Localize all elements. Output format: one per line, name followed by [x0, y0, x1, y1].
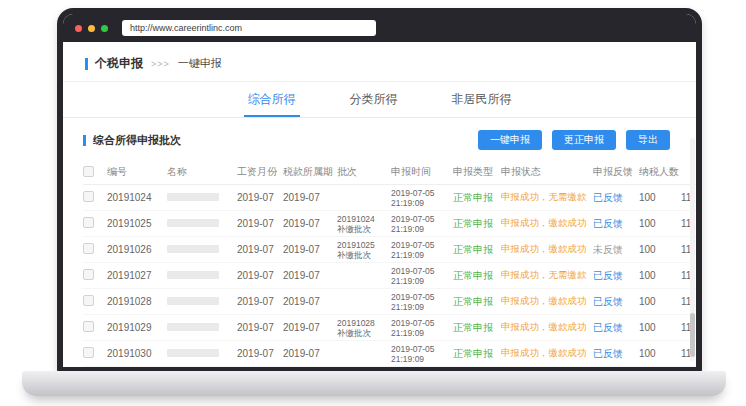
row-checkbox[interactable]	[83, 295, 94, 306]
col-header-filing-status: 申报状态	[501, 165, 593, 179]
redacted-name-block	[167, 193, 219, 201]
taxpayer-count: 100	[639, 244, 681, 255]
row-checkbox-cell	[83, 269, 107, 282]
taxpayer-count: 100	[639, 218, 681, 229]
one-click-file-button[interactable]: 一键申报	[478, 130, 542, 150]
filing-type: 正常申报	[453, 269, 501, 283]
salary-month: 2019-07	[237, 270, 283, 281]
correct-filing-button[interactable]: 更正申报	[552, 130, 616, 150]
row-checkbox-cell	[83, 243, 107, 256]
table-row: 201910302019-072019-072019-07-0521:19:09…	[83, 341, 696, 367]
feedback-status: 已反馈	[593, 321, 639, 335]
export-button[interactable]: 导出	[626, 130, 670, 150]
filing-time: 2019-07-0521:19:09	[391, 188, 453, 208]
tab-comprehensive-income[interactable]: 综合所得	[244, 82, 300, 117]
taxpayer-count: 100	[639, 348, 681, 359]
tax-period: 2019-07	[283, 270, 337, 281]
panel-actions: 一键申报 更正申报 导出	[478, 130, 670, 150]
batch-id: 20191028	[107, 296, 167, 307]
row-checkbox[interactable]	[83, 269, 94, 280]
tax-period: 2019-07	[283, 322, 337, 333]
filing-status: 申报成功，缴款成功	[501, 321, 593, 334]
batch-ref	[337, 188, 391, 208]
page-content: 个税申报 >>> 一键申报 综合所得 分类所得 非居民所得 综合所得申报批次 一…	[63, 42, 696, 367]
table-row: 201910272019-072019-072019-07-0521:19:09…	[83, 263, 696, 289]
row-checkbox-cell	[83, 191, 107, 204]
close-window-icon[interactable]	[75, 25, 82, 32]
filing-time: 2019-07-0521:19:09	[391, 344, 453, 364]
tax-period: 2019-07	[283, 244, 337, 255]
filing-time: 2019-07-0521:19:09	[391, 318, 453, 338]
tab-bar: 综合所得 分类所得 非居民所得	[63, 82, 696, 118]
col-header-tax-period: 税款所属期	[283, 165, 337, 179]
batch-ref	[337, 292, 391, 312]
select-all-cell	[83, 166, 107, 179]
row-checkbox-cell	[83, 295, 107, 308]
tab-nonresident-income[interactable]: 非居民所得	[448, 82, 516, 117]
filing-type: 正常申报	[453, 243, 501, 257]
batch-id: 20191027	[107, 270, 167, 281]
select-all-checkbox[interactable]	[83, 166, 94, 177]
row-checkbox[interactable]	[83, 321, 94, 332]
salary-month: 2019-07	[237, 296, 283, 307]
filing-status: 申报成功，无需缴款	[501, 269, 593, 282]
breadcrumb-current: 一键申报	[178, 56, 222, 71]
table-header: 编号 名称 工资月份 税款所属期 批次 申报时间 申报类型 申报状态 申报反馈 …	[83, 160, 696, 185]
title-accent-bar	[85, 58, 88, 70]
feedback-status: 已反馈	[593, 295, 639, 309]
feedback-status: 已反馈	[593, 217, 639, 231]
table: 编号 名称 工资月份 税款所属期 批次 申报时间 申报类型 申报状态 申报反馈 …	[83, 160, 696, 367]
maximize-window-icon[interactable]	[101, 25, 108, 32]
batch-ref: 20191024补缴批次	[337, 214, 391, 234]
filing-time: 2019-07-0521:19:09	[391, 266, 453, 286]
name-redacted	[167, 218, 237, 229]
batch-id: 20191026	[107, 244, 167, 255]
filing-type: 正常申报	[453, 321, 501, 335]
batch-id: 20191030	[107, 348, 167, 359]
salary-month: 2019-07	[237, 348, 283, 359]
table-row: 201910242019-072019-072019-07-0521:19:09…	[83, 185, 696, 211]
vertical-scrollbar-thumb[interactable]	[690, 313, 695, 357]
col-header-taxpayers: 纳税人数	[639, 165, 681, 179]
vertical-scrollbar[interactable]	[690, 138, 695, 361]
filing-type: 正常申报	[453, 295, 501, 309]
filing-type: 正常申报	[453, 347, 501, 361]
salary-month: 2019-07	[237, 244, 283, 255]
filing-time: 2019-07-0521:19:09	[391, 214, 453, 234]
row-checkbox[interactable]	[83, 347, 94, 358]
minimize-window-icon[interactable]	[88, 25, 95, 32]
batch-id: 20191029	[107, 322, 167, 333]
redacted-name-block	[167, 219, 219, 227]
col-header-batch: 批次	[337, 165, 391, 179]
table-row: 201910252019-072019-0720191024补缴批次2019-0…	[83, 211, 696, 237]
filing-type: 正常申报	[453, 217, 501, 231]
laptop-base	[22, 371, 726, 396]
name-redacted	[167, 296, 237, 307]
name-redacted	[167, 244, 237, 255]
row-checkbox[interactable]	[83, 243, 94, 254]
col-header-id: 编号	[107, 165, 167, 179]
tab-classified-income[interactable]: 分类所得	[346, 82, 402, 117]
filing-type: 正常申报	[453, 191, 501, 205]
browser-toolbar: http://www.careerintlinc.com	[63, 14, 696, 42]
taxpayer-count: 100	[639, 322, 681, 333]
table-body: 201910242019-072019-072019-07-0521:19:09…	[83, 185, 696, 367]
batch-ref: 20191025补缴批次	[337, 240, 391, 260]
filing-status: 申报成功，缴款成功	[501, 217, 593, 230]
batch-table: 编号 名称 工资月份 税款所属期 批次 申报时间 申报类型 申报状态 申报反馈 …	[83, 160, 696, 367]
salary-month: 2019-07	[237, 218, 283, 229]
batch-ref	[337, 266, 391, 286]
row-checkbox-cell	[83, 347, 107, 360]
browser-window: http://www.careerintlinc.com 个税申报 >>> 一键…	[63, 14, 696, 367]
table-row: 201910262019-072019-0720191025补缴批次2019-0…	[83, 237, 696, 263]
url-bar[interactable]: http://www.careerintlinc.com	[122, 20, 376, 36]
tax-period: 2019-07	[283, 296, 337, 307]
col-header-name: 名称	[167, 165, 237, 179]
redacted-name-block	[167, 349, 219, 357]
row-checkbox[interactable]	[83, 191, 94, 202]
filing-time: 2019-07-0521:19:09	[391, 292, 453, 312]
panel-title: 综合所得申报批次	[93, 133, 181, 148]
row-checkbox[interactable]	[83, 217, 94, 228]
redacted-name-block	[167, 323, 219, 331]
salary-month: 2019-07	[237, 192, 283, 203]
